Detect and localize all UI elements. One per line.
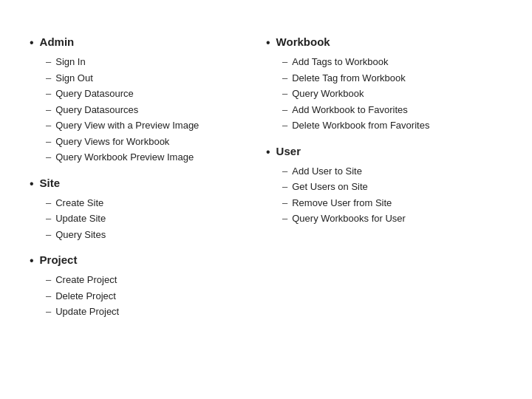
section-title: Site (40, 175, 61, 192)
section-title: User (276, 143, 301, 160)
item-label: Add Tags to Workbook (292, 55, 388, 69)
section-project: •Project–Create Project–Delete Project–U… (30, 252, 266, 319)
bullet-icon: • (266, 143, 270, 161)
dash-icon: – (46, 211, 51, 226)
dash-icon: – (46, 196, 51, 211)
item-label: Query Views for Workbook (55, 134, 169, 149)
dash-icon: – (282, 55, 287, 69)
dash-icon: – (282, 164, 287, 179)
dash-icon: – (46, 86, 51, 101)
list-item: –Add Workbook to Favorites (282, 103, 502, 117)
section-site: •Site–Create Site–Update Site–Query Site… (30, 175, 266, 242)
sub-list: –Create Site–Update Site–Query Sites (46, 196, 266, 242)
list-item: –Create Site (46, 196, 266, 211)
list-item: –Query Datasources (46, 103, 266, 117)
sub-list: –Add Tags to Workbook–Delete Tag from Wo… (282, 55, 502, 133)
dash-icon: – (46, 103, 51, 117)
item-label: Add Workbook to Favorites (292, 103, 408, 117)
item-label: Get Users on Site (292, 180, 368, 194)
list-item: –Remove User from Site (282, 196, 502, 211)
item-label: Query Datasource (55, 86, 134, 101)
list-item: –Query Workbooks for User (282, 211, 502, 226)
list-item: –Add User to Site (282, 164, 502, 179)
item-label: Query Sites (55, 228, 106, 242)
section-title: Workbook (276, 34, 330, 51)
list-item: –Query Datasource (46, 86, 266, 101)
section-header: •Site (30, 175, 266, 193)
bullet-icon: • (266, 34, 270, 52)
dash-icon: – (46, 71, 51, 86)
list-item: –Query Sites (46, 228, 266, 242)
bullet-icon: • (30, 252, 34, 270)
list-item: –Query Workbook (282, 86, 502, 101)
list-item: –Query Views for Workbook (46, 134, 266, 149)
item-label: Query Datasources (55, 103, 138, 117)
item-label: Remove User from Site (292, 196, 392, 211)
dash-icon: – (282, 71, 287, 86)
item-label: Sign Out (55, 71, 93, 86)
dash-icon: – (46, 118, 51, 133)
section-header: •Project (30, 252, 266, 270)
list-item: –Create Project (46, 273, 266, 287)
dash-icon: – (282, 118, 287, 133)
list-item: –Delete Tag from Workbook (282, 71, 502, 86)
right-column: •Workbook–Add Tags to Workbook–Delete Ta… (266, 34, 502, 330)
section-workbook: •Workbook–Add Tags to Workbook–Delete Ta… (266, 34, 502, 133)
section-title: Admin (40, 34, 75, 51)
item-label: Update Site (55, 211, 106, 226)
dash-icon: – (282, 211, 287, 226)
left-column: •Admin–Sign In–Sign Out–Query Datasource… (30, 34, 266, 330)
dash-icon: – (46, 289, 51, 304)
section-user: •User–Add User to Site–Get Users on Site… (266, 143, 502, 226)
item-label: Query Workbook (292, 86, 364, 101)
dash-icon: – (46, 273, 51, 287)
list-item: –Query Workbook Preview Image (46, 150, 266, 165)
dash-icon: – (46, 150, 51, 165)
list-item: –Get Users on Site (282, 180, 502, 194)
item-label: Delete Workbook from Favorites (292, 118, 429, 133)
sub-list: –Add User to Site–Get Users on Site–Remo… (282, 164, 502, 226)
dash-icon: – (46, 304, 51, 319)
item-label: Create Project (55, 273, 117, 287)
section-header: •Workbook (266, 34, 502, 52)
dash-icon: – (282, 180, 287, 194)
list-item: –Add Tags to Workbook (282, 55, 502, 69)
dash-icon: – (282, 86, 287, 101)
list-item: –Sign In (46, 55, 266, 69)
list-item: –Update Project (46, 304, 266, 319)
list-item: –Delete Project (46, 289, 266, 304)
dash-icon: – (46, 55, 51, 69)
sub-list: –Create Project–Delete Project–Update Pr… (46, 273, 266, 319)
item-label: Add User to Site (292, 164, 362, 179)
section-header: •User (266, 143, 502, 161)
dash-icon: – (282, 196, 287, 211)
item-label: Query View with a Preview Image (55, 118, 199, 133)
list-item: –Query View with a Preview Image (46, 118, 266, 133)
item-label: Delete Tag from Workbook (292, 71, 405, 86)
dash-icon: – (46, 228, 51, 242)
section-header: •Admin (30, 34, 266, 52)
sub-list: –Sign In–Sign Out–Query Datasource–Query… (46, 55, 266, 165)
content-area: •Admin–Sign In–Sign Out–Query Datasource… (30, 34, 502, 330)
bullet-icon: • (30, 34, 34, 52)
item-label: Delete Project (55, 289, 116, 304)
item-label: Update Project (55, 304, 119, 319)
section-title: Project (40, 252, 78, 269)
dash-icon: – (46, 134, 51, 149)
section-admin: •Admin–Sign In–Sign Out–Query Datasource… (30, 34, 266, 165)
item-label: Sign In (55, 55, 85, 69)
list-item: –Update Site (46, 211, 266, 226)
dash-icon: – (282, 103, 287, 117)
list-item: –Delete Workbook from Favorites (282, 118, 502, 133)
list-item: –Sign Out (46, 71, 266, 86)
page: •Admin–Sign In–Sign Out–Query Datasource… (0, 0, 532, 399)
item-label: Query Workbook Preview Image (55, 150, 194, 165)
bullet-icon: • (30, 175, 34, 193)
item-label: Create Site (55, 196, 103, 211)
item-label: Query Workbooks for User (292, 211, 406, 226)
